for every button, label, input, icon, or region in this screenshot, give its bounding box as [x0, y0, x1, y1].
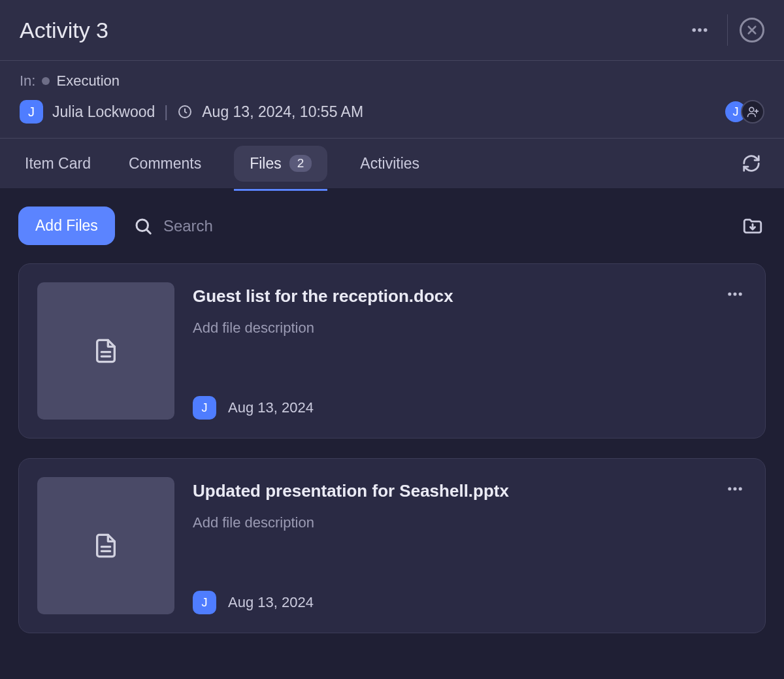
- file-date: Aug 13, 2024: [228, 594, 314, 611]
- more-horizontal-icon: [726, 285, 744, 303]
- tab-activities[interactable]: Activities: [355, 141, 425, 187]
- file-thumbnail[interactable]: [37, 282, 174, 420]
- file-footer: J Aug 13, 2024: [193, 591, 705, 614]
- tab-label: Comments: [129, 155, 201, 173]
- svg-point-8: [739, 292, 742, 295]
- search-input[interactable]: [163, 217, 359, 235]
- assignees: J: [724, 100, 764, 124]
- more-horizontal-icon: [690, 20, 710, 40]
- tabs: Item Card Comments Files 2 Activities: [20, 141, 738, 187]
- close-button[interactable]: [740, 18, 764, 42]
- uploader-avatar[interactable]: J: [193, 396, 216, 420]
- svg-point-6: [728, 292, 731, 295]
- author-avatar[interactable]: J: [20, 100, 43, 124]
- file-card[interactable]: Updated presentation for Seashell.pptx A…: [18, 458, 766, 633]
- author-name[interactable]: Julia Lockwood: [52, 103, 155, 121]
- tab-item-card[interactable]: Item Card: [20, 141, 96, 187]
- file-thumbnail[interactable]: [37, 477, 174, 614]
- page-title: Activity 3: [20, 18, 684, 43]
- search-icon: [133, 216, 153, 236]
- file-description-placeholder[interactable]: Add file description: [193, 514, 705, 591]
- meta-section: In: Execution J Julia Lockwood | Aug 13,…: [0, 61, 784, 139]
- file-footer: J Aug 13, 2024: [193, 396, 705, 420]
- svg-point-9: [728, 487, 731, 490]
- svg-point-10: [733, 487, 736, 490]
- clock-icon: [177, 104, 193, 120]
- timestamp: Aug 13, 2024, 10:55 AM: [202, 103, 363, 121]
- user-plus-icon: [746, 105, 759, 118]
- activity-panel: Activity 3 In: Execution J Julia Lockwoo…: [0, 0, 784, 679]
- document-icon: [93, 533, 119, 559]
- svg-point-4: [749, 107, 754, 112]
- file-name[interactable]: Updated presentation for Seashell.pptx: [193, 481, 705, 501]
- close-icon: [746, 24, 758, 36]
- uploader-avatar[interactable]: J: [193, 591, 216, 614]
- add-assignee-button[interactable]: [741, 100, 764, 124]
- files-section: Add Files Guest list for the reception.d…: [0, 188, 784, 679]
- folder-download-icon: [742, 215, 764, 237]
- tab-label: Item Card: [25, 155, 91, 173]
- tab-comments[interactable]: Comments: [123, 141, 206, 187]
- divider: [727, 14, 728, 46]
- refresh-icon: [742, 154, 761, 173]
- svg-point-7: [733, 292, 736, 295]
- separator: |: [164, 103, 168, 121]
- file-more-button[interactable]: [723, 477, 747, 501]
- file-name[interactable]: Guest list for the reception.docx: [193, 286, 705, 306]
- tab-label: Files: [250, 155, 282, 173]
- file-more-button[interactable]: [723, 282, 747, 306]
- svg-point-11: [739, 487, 742, 490]
- file-body: Updated presentation for Seashell.pptx A…: [193, 477, 705, 614]
- panel-header: Activity 3: [0, 0, 784, 61]
- status-text[interactable]: Execution: [56, 73, 120, 90]
- files-count-badge: 2: [289, 155, 312, 172]
- status-dot-icon: [42, 77, 50, 85]
- file-body: Guest list for the reception.docx Add fi…: [193, 282, 705, 420]
- file-date: Aug 13, 2024: [228, 399, 314, 416]
- sync-button[interactable]: [738, 150, 764, 176]
- in-label: In:: [20, 73, 35, 90]
- tabs-row: Item Card Comments Files 2 Activities: [0, 139, 784, 188]
- tab-files[interactable]: Files 2: [234, 146, 327, 182]
- file-description-placeholder[interactable]: Add file description: [193, 320, 705, 396]
- search-wrap: [133, 216, 721, 236]
- file-card[interactable]: Guest list for the reception.docx Add fi…: [18, 263, 766, 439]
- document-icon: [93, 338, 119, 364]
- author-row: J Julia Lockwood | Aug 13, 2024, 10:55 A…: [20, 100, 764, 124]
- more-options-button[interactable]: [684, 14, 715, 46]
- breadcrumb: In: Execution: [20, 73, 764, 90]
- add-files-button[interactable]: Add Files: [18, 207, 115, 245]
- svg-point-1: [698, 28, 702, 32]
- header-actions: [684, 14, 764, 46]
- more-horizontal-icon: [726, 480, 744, 498]
- svg-point-0: [693, 28, 696, 32]
- tab-label: Activities: [360, 155, 419, 173]
- svg-point-2: [704, 28, 708, 32]
- download-all-button[interactable]: [740, 213, 766, 239]
- files-toolbar: Add Files: [18, 207, 766, 245]
